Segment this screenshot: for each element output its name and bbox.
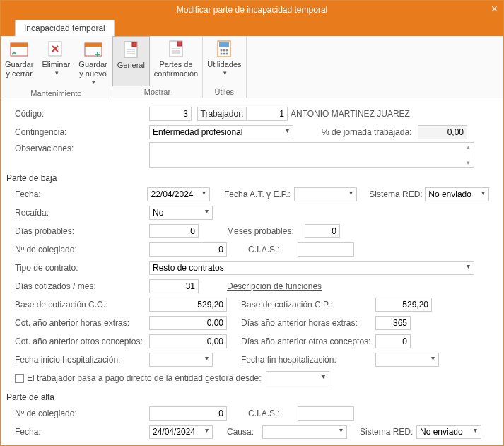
label-dias-cotizados-mes: Días cotizados / mes: (15, 281, 149, 291)
label-base-cot-cp: Base de cotización C.P.: (241, 300, 375, 310)
tab-incapacidad-temporal[interactable]: Incapacidad temporal (15, 20, 115, 36)
label-alta-fecha: Fecha: (15, 427, 149, 437)
svg-point-19 (226, 49, 228, 52)
ribbon: Guardar y cerrar Eliminar ▾ Guardar y nu… (1, 36, 503, 98)
save-new-label: Guardar y nuevo (78, 60, 107, 78)
fecha-fin-hosp-field[interactable] (375, 353, 439, 367)
dias-ano-ant-otros-field[interactable] (375, 334, 411, 348)
document-icon (165, 39, 187, 59)
label-dias-probables: Días probables: (15, 226, 149, 236)
save-close-icon (8, 39, 30, 59)
window-title: Modificar parte de incapacidad temporal (177, 5, 327, 15)
label-baja-sistema-red: Sistema RED: (369, 189, 425, 199)
svg-point-22 (226, 53, 228, 55)
base-cot-cp-field[interactable] (375, 298, 432, 312)
dias-cotizados-mes-field[interactable] (149, 279, 199, 293)
baja-sistema-red-select[interactable] (425, 187, 489, 201)
pct-jornada-field[interactable] (418, 125, 467, 139)
label-fecha-fin-hosp: Fecha fin hospitalización: (241, 355, 375, 365)
observaciones-field[interactable]: ▴▾ (149, 142, 474, 168)
n-colegiado-baja-field[interactable] (149, 242, 227, 257)
svg-rect-1 (11, 43, 28, 47)
delete-icon (45, 39, 66, 59)
alta-fecha-field[interactable] (149, 425, 213, 439)
general-button[interactable]: General (112, 36, 150, 86)
pago-directo-checkbox[interactable] (15, 374, 24, 383)
alta-sistema-red-select[interactable] (416, 425, 481, 439)
group-label-show: Mostrar (112, 86, 203, 98)
cot-ano-ant-otros-field[interactable] (149, 334, 227, 348)
svg-point-18 (223, 49, 225, 52)
n-colegiado-alta-field[interactable] (149, 406, 227, 421)
label-alta-sistema-red: Sistema RED: (360, 427, 416, 437)
label-pago-directo: El trabajador pasa a pago directo de la … (27, 373, 262, 383)
label-fecha-inicio-hosp: Fecha inicio hospitalización: (15, 355, 149, 365)
svg-rect-16 (219, 42, 229, 47)
label-dias-ano-ant-otros: Días año anterior otros conceptos: (241, 336, 375, 346)
scroll-arrows[interactable]: ▴▾ (463, 143, 473, 166)
recaida-select[interactable] (149, 206, 213, 220)
ribbon-group-maintenance: Guardar y cerrar Eliminar ▾ Guardar y nu… (1, 36, 112, 98)
svg-rect-4 (85, 43, 102, 47)
dialog-window: Modificar parte de incapacidad temporal … (0, 0, 504, 446)
label-cot-ano-ant-otros: Cot. año anterior otros conceptos: (15, 336, 149, 346)
dias-ano-ant-horas-extras-field[interactable] (375, 316, 411, 330)
label-dias-ano-ant-horas-extras: Días año anterior horas extras: (241, 318, 375, 328)
close-icon[interactable]: × (491, 3, 498, 16)
svg-point-20 (221, 53, 223, 55)
group-label-utils: Útiles (203, 86, 245, 98)
label-cias-baja: C.I.A.S.: (248, 245, 298, 254)
trabajador-name: ANTONIO MARTINEZ JUAREZ (291, 109, 410, 119)
pago-directo-fecha-field[interactable] (266, 371, 329, 385)
contingencia-select[interactable] (149, 125, 293, 139)
svg-rect-6 (132, 42, 136, 47)
label-tipo-contrato: Tipo de contrato: (15, 263, 149, 273)
chevron-down-icon: ▾ (55, 69, 59, 77)
fecha-inicio-hosp-field[interactable] (149, 353, 213, 367)
label-contingencia: Contingencia: (15, 127, 149, 137)
label-base-cot-cc: Base de cotización C.C.: (15, 300, 149, 310)
causa-select[interactable] (262, 425, 347, 439)
delete-label: Eliminar (42, 60, 70, 69)
svg-rect-11 (177, 42, 182, 46)
dias-probables-field[interactable] (149, 224, 199, 238)
section-parte-baja: Parte de baja (6, 173, 489, 183)
label-recaida: Recaída: (15, 208, 149, 218)
save-close-label: Guardar y cerrar (5, 60, 33, 78)
delete-button[interactable]: Eliminar ▾ (37, 36, 74, 88)
title-bar: Modificar parte de incapacidad temporal … (1, 1, 503, 19)
cias-alta-field[interactable] (298, 406, 354, 421)
section-parte-alta: Parte de alta (6, 392, 489, 402)
save-new-button[interactable]: Guardar y nuevo ▾ (74, 36, 111, 88)
label-causa: Causa: (227, 427, 262, 437)
cot-ano-ant-horas-extras-field[interactable] (149, 316, 227, 330)
save-close-button[interactable]: Guardar y cerrar (1, 36, 37, 88)
tipo-contrato-select[interactable] (149, 261, 474, 275)
label-cot-ano-ant-horas-extras: Cot. año anterior horas extras: (15, 318, 149, 328)
utilities-label: Utilidades (207, 60, 241, 69)
label-n-colegiado-alta: Nº de colegiado: (15, 409, 149, 418)
ribbon-group-utils: Utilidades ▾ Útiles (203, 36, 246, 98)
tab-strip: Incapacidad temporal (1, 19, 503, 36)
utilities-button[interactable]: Utilidades ▾ (203, 36, 245, 86)
link-descripcion-funciones[interactable]: Descripción de funciones (227, 281, 322, 291)
svg-point-21 (223, 53, 225, 55)
confirm-parts-label: Partes de confirmación (154, 60, 198, 78)
base-cot-cc-field[interactable] (149, 298, 227, 312)
ribbon-group-show: General Partes de confirmación Mostrar (112, 36, 204, 98)
label-n-colegiado-baja: Nº de colegiado: (15, 245, 149, 254)
codigo-field[interactable] (149, 107, 192, 121)
meses-probables-field[interactable] (305, 224, 340, 238)
trabajador-num-field[interactable] (247, 107, 288, 121)
label-codigo: Código: (15, 109, 149, 119)
fecha-at-ep-field[interactable] (294, 187, 357, 201)
cias-baja-field[interactable] (298, 242, 354, 257)
baja-fecha-field[interactable] (147, 187, 210, 201)
save-new-icon (83, 39, 104, 59)
label-observaciones: Observaciones: (15, 142, 149, 153)
confirm-parts-button[interactable]: Partes de confirmación (150, 36, 202, 86)
calculator-icon (213, 39, 235, 59)
label-baja-fecha: Fecha: (15, 189, 147, 199)
document-icon (120, 40, 141, 59)
chevron-down-icon: ▾ (92, 78, 95, 86)
